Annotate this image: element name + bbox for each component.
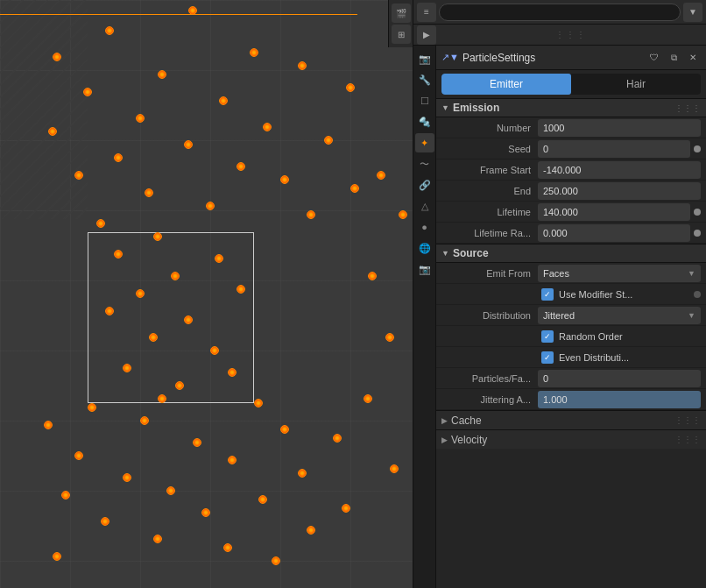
particle — [44, 421, 53, 429]
prop-row-end: End 250.000 — [436, 181, 706, 202]
random-order-checkbox[interactable]: ✓ — [541, 330, 554, 343]
particle — [53, 552, 61, 561]
even-distribution-check-icon: ✓ — [544, 353, 551, 362]
prop-row-jittering: Jittering A... 1.000 — [436, 389, 706, 410]
emission-arrow-icon: ▼ — [441, 103, 449, 112]
props-icon-scene[interactable]: 📷 — [415, 49, 434, 68]
particle — [377, 171, 385, 180]
use-modifier-checkbox[interactable]: ✓ — [541, 288, 554, 301]
props-icon-constraints[interactable]: 🔗 — [415, 175, 434, 195]
node-arrow-icon: ↗▼ — [441, 52, 459, 63]
random-order-row: ✓ Random Order — [436, 326, 706, 347]
panel-menu-icon[interactable]: ≡ — [417, 3, 436, 22]
props-icon-data[interactable]: △ — [415, 196, 434, 216]
close-icon[interactable]: ✕ — [685, 50, 701, 66]
prop-row-distribution: Distribution Jittered ▼ — [436, 305, 706, 326]
cache-section-header[interactable]: ▶ Cache ⋮⋮⋮ — [436, 410, 706, 429]
particle — [105, 26, 114, 35]
orange-line — [0, 14, 357, 15]
particle — [101, 517, 109, 526]
cache-dots: ⋮⋮⋮ — [674, 415, 701, 425]
properties-content: ↗▼ ParticleSettings 🛡 ⧉ ✕ Emitter Hair ▼… — [436, 46, 706, 588]
props-icon-physics[interactable]: 〜 — [415, 154, 434, 174]
play-icon[interactable]: ▶ — [417, 25, 436, 45]
number-value[interactable]: 1000 — [538, 119, 701, 137]
grid-icon[interactable]: ⊞ — [392, 25, 411, 44]
panel-options-icon[interactable]: ▼ — [683, 3, 702, 22]
lifetime-value[interactable]: 140.000 — [538, 203, 690, 221]
emit-from-value: Faces — [543, 268, 569, 279]
particle — [298, 61, 307, 70]
lifetime-label: Lifetime — [441, 207, 538, 217]
props-icon-modifier[interactable]: 🔩 — [415, 112, 434, 131]
shield-icon[interactable]: 🛡 — [646, 50, 662, 66]
velocity-section-header[interactable]: ▶ Velocity ⋮⋮⋮ — [436, 429, 706, 449]
jittering-value[interactable]: 1.000 — [538, 391, 701, 408]
props-icon-tool[interactable]: 🔧 — [415, 70, 434, 89]
diagonal-lines — [0, 0, 88, 219]
even-distribution-checkbox[interactable]: ✓ — [541, 351, 554, 364]
properties-header: ↗▼ ParticleSettings 🛡 ⧉ ✕ — [436, 46, 706, 70]
particle — [153, 232, 162, 241]
particle — [140, 416, 149, 425]
viewport-background — [0, 0, 413, 588]
lifetime-dot — [694, 209, 701, 216]
emission-section-header[interactable]: ▼ Emission ⋮⋮⋮ — [436, 98, 706, 117]
particle — [298, 469, 307, 478]
emit-from-label: Emit From — [441, 268, 538, 279]
camera-icon[interactable]: 🎬 — [392, 4, 411, 23]
particles-fa-value[interactable]: 0 — [538, 370, 701, 387]
particle — [96, 219, 105, 228]
particle — [390, 464, 399, 473]
particle — [223, 543, 232, 552]
particle — [342, 504, 350, 513]
number-label: Number — [441, 123, 538, 133]
frame-start-value[interactable]: -140.000 — [538, 161, 701, 179]
tab-emitter[interactable]: Emitter — [441, 74, 571, 95]
viewport-3d[interactable]: 🎬 ⊞ — [0, 0, 413, 588]
use-modifier-label: Use Modifier St... — [559, 289, 632, 300]
props-icon-particles[interactable]: ✦ — [415, 133, 434, 152]
particle — [280, 425, 289, 434]
copy-icon[interactable]: ⧉ — [666, 50, 681, 66]
lifetime-random-value[interactable]: 0.000 — [538, 224, 690, 242]
particle — [123, 473, 131, 482]
props-icon-render[interactable]: 📷 — [415, 259, 434, 279]
end-label: End — [441, 186, 538, 196]
props-icon-material[interactable]: ● — [415, 217, 434, 237]
particle — [368, 272, 377, 280]
particle — [74, 451, 83, 460]
particle — [158, 394, 166, 403]
particle — [219, 96, 228, 105]
source-section-label: Source — [453, 247, 489, 259]
particle — [123, 364, 131, 372]
particle — [210, 346, 219, 355]
particle — [149, 333, 158, 342]
particle — [153, 535, 162, 543]
frame-start-label: Frame Start — [441, 165, 538, 175]
velocity-arrow-icon: ▶ — [441, 436, 448, 444]
viewport-toolbar: 🎬 ⊞ — [388, 0, 413, 47]
source-section-header[interactable]: ▼ Source — [436, 244, 706, 263]
use-modifier-dot — [694, 291, 701, 298]
particle — [158, 70, 166, 79]
props-icon-object[interactable]: ☐ — [415, 91, 434, 110]
particle — [364, 394, 372, 403]
panel-top-toolbar: ≡ ▼ — [413, 0, 706, 25]
props-icon-world[interactable]: 🌐 — [415, 238, 434, 258]
particle — [307, 210, 315, 219]
particle — [48, 127, 57, 136]
tab-hair[interactable]: Hair — [571, 74, 701, 95]
distribution-dropdown[interactable]: Jittered ▼ — [538, 307, 701, 324]
prop-row-lifetime: Lifetime 140.000 — [436, 202, 706, 223]
end-value[interactable]: 250.000 — [538, 182, 701, 200]
emit-from-dropdown[interactable]: Faces ▼ — [538, 265, 701, 282]
seed-value[interactable]: 0 — [538, 140, 690, 158]
search-input[interactable] — [439, 4, 681, 21]
particles-fa-label: Particles/Fa... — [441, 373, 538, 384]
prop-row-lifetime-random: Lifetime Ra... 0.000 — [436, 223, 706, 244]
particle — [193, 438, 201, 447]
right-panel: ≡ ▼ ▶ ⋮⋮⋮ 📷 🔧 ☐ 🔩 ✦ 〜 🔗 △ ● 🌐 📷 ↗▼ P — [413, 0, 706, 588]
particle — [250, 48, 258, 57]
seed-dot — [694, 145, 701, 152]
